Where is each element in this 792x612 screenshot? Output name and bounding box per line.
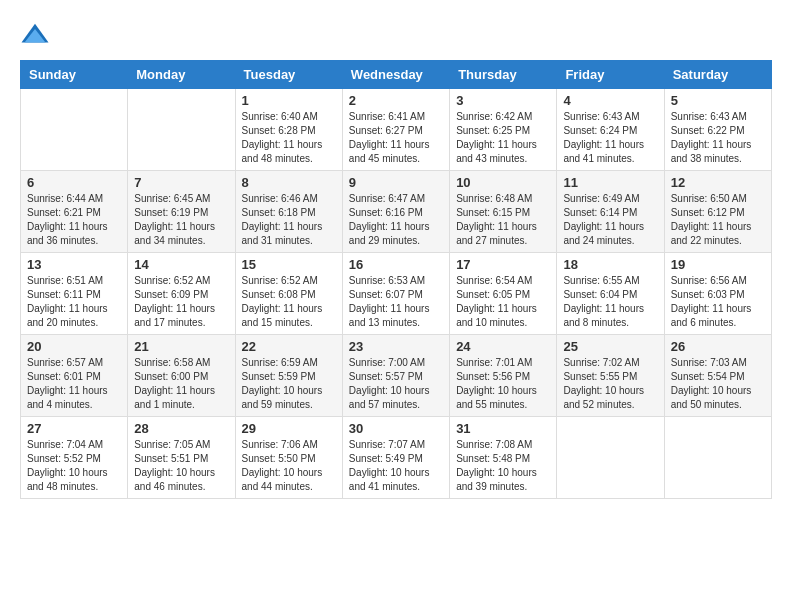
calendar-cell: 21Sunrise: 6:58 AM Sunset: 6:00 PM Dayli… [128,335,235,417]
day-number: 7 [134,175,228,190]
header-monday: Monday [128,61,235,89]
header-wednesday: Wednesday [342,61,449,89]
calendar-cell: 25Sunrise: 7:02 AM Sunset: 5:55 PM Dayli… [557,335,664,417]
calendar-week-row: 1Sunrise: 6:40 AM Sunset: 6:28 PM Daylig… [21,89,772,171]
calendar-cell [557,417,664,499]
calendar-cell: 15Sunrise: 6:52 AM Sunset: 6:08 PM Dayli… [235,253,342,335]
calendar-cell: 7Sunrise: 6:45 AM Sunset: 6:19 PM Daylig… [128,171,235,253]
day-number: 23 [349,339,443,354]
day-info: Sunrise: 6:54 AM Sunset: 6:05 PM Dayligh… [456,274,550,330]
calendar-cell: 28Sunrise: 7:05 AM Sunset: 5:51 PM Dayli… [128,417,235,499]
day-number: 14 [134,257,228,272]
day-number: 9 [349,175,443,190]
day-number: 29 [242,421,336,436]
calendar-cell: 17Sunrise: 6:54 AM Sunset: 6:05 PM Dayli… [450,253,557,335]
day-info: Sunrise: 6:49 AM Sunset: 6:14 PM Dayligh… [563,192,657,248]
calendar-cell: 30Sunrise: 7:07 AM Sunset: 5:49 PM Dayli… [342,417,449,499]
day-number: 21 [134,339,228,354]
day-info: Sunrise: 7:05 AM Sunset: 5:51 PM Dayligh… [134,438,228,494]
header-sunday: Sunday [21,61,128,89]
day-info: Sunrise: 6:52 AM Sunset: 6:09 PM Dayligh… [134,274,228,330]
calendar-cell: 26Sunrise: 7:03 AM Sunset: 5:54 PM Dayli… [664,335,771,417]
day-number: 16 [349,257,443,272]
day-number: 15 [242,257,336,272]
calendar-cell: 22Sunrise: 6:59 AM Sunset: 5:59 PM Dayli… [235,335,342,417]
day-info: Sunrise: 6:47 AM Sunset: 6:16 PM Dayligh… [349,192,443,248]
calendar-week-row: 20Sunrise: 6:57 AM Sunset: 6:01 PM Dayli… [21,335,772,417]
calendar-table: SundayMondayTuesdayWednesdayThursdayFrid… [20,60,772,499]
day-info: Sunrise: 6:53 AM Sunset: 6:07 PM Dayligh… [349,274,443,330]
calendar-cell: 5Sunrise: 6:43 AM Sunset: 6:22 PM Daylig… [664,89,771,171]
logo-icon [20,20,50,50]
day-number: 11 [563,175,657,190]
day-info: Sunrise: 6:59 AM Sunset: 5:59 PM Dayligh… [242,356,336,412]
header-thursday: Thursday [450,61,557,89]
calendar-cell: 18Sunrise: 6:55 AM Sunset: 6:04 PM Dayli… [557,253,664,335]
calendar-cell: 29Sunrise: 7:06 AM Sunset: 5:50 PM Dayli… [235,417,342,499]
day-info: Sunrise: 6:52 AM Sunset: 6:08 PM Dayligh… [242,274,336,330]
calendar-cell: 9Sunrise: 6:47 AM Sunset: 6:16 PM Daylig… [342,171,449,253]
page-header [20,20,772,50]
calendar-cell: 14Sunrise: 6:52 AM Sunset: 6:09 PM Dayli… [128,253,235,335]
day-number: 17 [456,257,550,272]
calendar-cell [21,89,128,171]
calendar-cell: 4Sunrise: 6:43 AM Sunset: 6:24 PM Daylig… [557,89,664,171]
day-number: 10 [456,175,550,190]
calendar-week-row: 27Sunrise: 7:04 AM Sunset: 5:52 PM Dayli… [21,417,772,499]
day-info: Sunrise: 6:43 AM Sunset: 6:22 PM Dayligh… [671,110,765,166]
calendar-header: SundayMondayTuesdayWednesdayThursdayFrid… [21,61,772,89]
calendar-cell: 6Sunrise: 6:44 AM Sunset: 6:21 PM Daylig… [21,171,128,253]
day-info: Sunrise: 6:43 AM Sunset: 6:24 PM Dayligh… [563,110,657,166]
day-info: Sunrise: 6:48 AM Sunset: 6:15 PM Dayligh… [456,192,550,248]
day-info: Sunrise: 6:55 AM Sunset: 6:04 PM Dayligh… [563,274,657,330]
day-number: 18 [563,257,657,272]
calendar-cell: 11Sunrise: 6:49 AM Sunset: 6:14 PM Dayli… [557,171,664,253]
day-number: 19 [671,257,765,272]
logo [20,20,54,50]
day-number: 1 [242,93,336,108]
day-info: Sunrise: 6:44 AM Sunset: 6:21 PM Dayligh… [27,192,121,248]
day-info: Sunrise: 7:06 AM Sunset: 5:50 PM Dayligh… [242,438,336,494]
day-info: Sunrise: 7:02 AM Sunset: 5:55 PM Dayligh… [563,356,657,412]
day-number: 8 [242,175,336,190]
day-info: Sunrise: 7:01 AM Sunset: 5:56 PM Dayligh… [456,356,550,412]
day-number: 27 [27,421,121,436]
day-number: 5 [671,93,765,108]
day-number: 30 [349,421,443,436]
day-number: 2 [349,93,443,108]
day-number: 4 [563,93,657,108]
day-info: Sunrise: 7:08 AM Sunset: 5:48 PM Dayligh… [456,438,550,494]
day-number: 3 [456,93,550,108]
day-info: Sunrise: 7:03 AM Sunset: 5:54 PM Dayligh… [671,356,765,412]
calendar-cell: 2Sunrise: 6:41 AM Sunset: 6:27 PM Daylig… [342,89,449,171]
day-number: 25 [563,339,657,354]
day-info: Sunrise: 6:46 AM Sunset: 6:18 PM Dayligh… [242,192,336,248]
day-number: 13 [27,257,121,272]
header-tuesday: Tuesday [235,61,342,89]
day-info: Sunrise: 6:58 AM Sunset: 6:00 PM Dayligh… [134,356,228,412]
calendar-cell: 16Sunrise: 6:53 AM Sunset: 6:07 PM Dayli… [342,253,449,335]
day-number: 20 [27,339,121,354]
calendar-cell: 27Sunrise: 7:04 AM Sunset: 5:52 PM Dayli… [21,417,128,499]
calendar-cell: 19Sunrise: 6:56 AM Sunset: 6:03 PM Dayli… [664,253,771,335]
day-info: Sunrise: 6:40 AM Sunset: 6:28 PM Dayligh… [242,110,336,166]
day-info: Sunrise: 7:07 AM Sunset: 5:49 PM Dayligh… [349,438,443,494]
day-info: Sunrise: 6:51 AM Sunset: 6:11 PM Dayligh… [27,274,121,330]
calendar-cell: 3Sunrise: 6:42 AM Sunset: 6:25 PM Daylig… [450,89,557,171]
calendar-cell: 20Sunrise: 6:57 AM Sunset: 6:01 PM Dayli… [21,335,128,417]
day-info: Sunrise: 6:42 AM Sunset: 6:25 PM Dayligh… [456,110,550,166]
day-info: Sunrise: 6:50 AM Sunset: 6:12 PM Dayligh… [671,192,765,248]
day-number: 12 [671,175,765,190]
calendar-cell: 8Sunrise: 6:46 AM Sunset: 6:18 PM Daylig… [235,171,342,253]
calendar-cell: 31Sunrise: 7:08 AM Sunset: 5:48 PM Dayli… [450,417,557,499]
day-info: Sunrise: 6:57 AM Sunset: 6:01 PM Dayligh… [27,356,121,412]
day-number: 22 [242,339,336,354]
day-info: Sunrise: 6:56 AM Sunset: 6:03 PM Dayligh… [671,274,765,330]
day-info: Sunrise: 6:41 AM Sunset: 6:27 PM Dayligh… [349,110,443,166]
calendar-week-row: 6Sunrise: 6:44 AM Sunset: 6:21 PM Daylig… [21,171,772,253]
day-info: Sunrise: 7:00 AM Sunset: 5:57 PM Dayligh… [349,356,443,412]
header-saturday: Saturday [664,61,771,89]
header-friday: Friday [557,61,664,89]
calendar-cell: 1Sunrise: 6:40 AM Sunset: 6:28 PM Daylig… [235,89,342,171]
day-number: 28 [134,421,228,436]
